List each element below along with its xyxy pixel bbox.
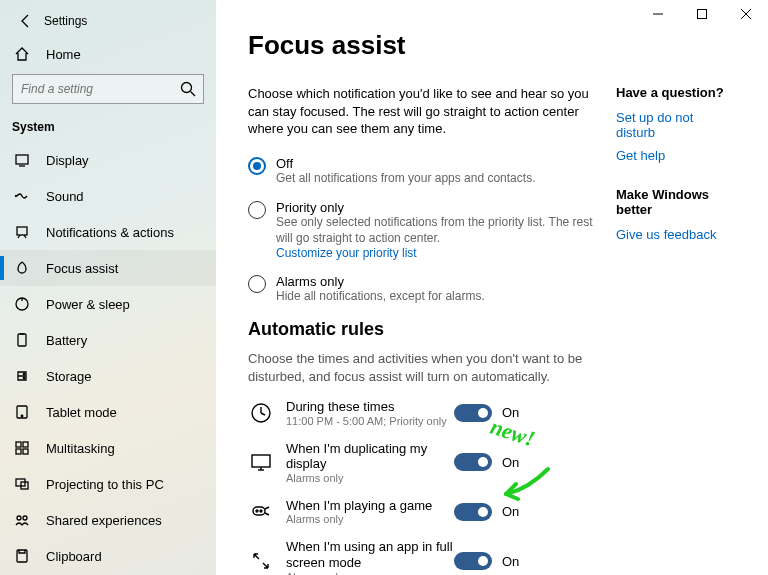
search-input[interactable] (12, 74, 204, 104)
radio-off[interactable]: Off Get all notifications from your apps… (248, 156, 596, 187)
power-sleep-icon (12, 296, 32, 312)
sidebar-item-battery[interactable]: Battery (0, 322, 216, 358)
radio-label: Alarms only (276, 274, 485, 289)
rule-sub: Alarms only (286, 472, 454, 484)
back-button[interactable] (12, 7, 40, 35)
svg-rect-21 (23, 449, 28, 454)
svg-rect-6 (16, 155, 28, 164)
focus-assist-icon (12, 260, 32, 276)
svg-rect-20 (16, 449, 21, 454)
rule-sub: 11:00 PM - 5:00 AM; Priority only (286, 415, 454, 427)
radio-sub: Get all notifications from your apps and… (276, 171, 535, 187)
rule-fullscreen[interactable]: When I'm using an app in full screen mod… (248, 539, 596, 575)
sidebar-item-sound[interactable]: Sound (0, 178, 216, 214)
sidebar-item-clipboard[interactable]: Clipboard (0, 538, 216, 574)
sidebar-item-tablet-mode[interactable]: Tablet mode (0, 394, 216, 430)
rule-game[interactable]: When I'm playing a gameAlarms onlyOn (248, 498, 596, 526)
automatic-rules-desc: Choose the times and activities when you… (248, 350, 596, 385)
radio-icon (248, 201, 266, 219)
feedback-link[interactable]: Give us feedback (616, 227, 728, 242)
sound-icon (12, 188, 32, 204)
close-button[interactable] (724, 0, 768, 28)
sidebar-item-focus-assist[interactable]: Focus assist (0, 250, 216, 286)
rule-label: During these times (286, 399, 454, 415)
toggle-state: On (502, 405, 519, 420)
maximize-button[interactable] (680, 0, 724, 28)
battery-icon (12, 332, 32, 348)
times-icon (248, 400, 274, 426)
rule-label: When I'm playing a game (286, 498, 454, 514)
radio-sub: See only selected notifications from the… (276, 215, 596, 246)
nav-label: Sound (46, 189, 84, 204)
sidebar-item-power-sleep[interactable]: Power & sleep (0, 286, 216, 322)
toggle-state: On (502, 504, 519, 519)
rule-duplicate-display[interactable]: When I'm duplicating my displayAlarms on… (248, 441, 596, 484)
toggle-state: On (502, 455, 519, 470)
sidebar-item-shared-experiences[interactable]: Shared experiences (0, 502, 216, 538)
svg-rect-1 (698, 10, 707, 19)
nav-label: Notifications & actions (46, 225, 174, 240)
shared-experiences-icon (12, 512, 32, 528)
radio-sub: Hide all notifications, except for alarm… (276, 289, 485, 305)
svg-point-17 (21, 415, 23, 417)
notifications-icon (12, 224, 32, 240)
fullscreen-icon (248, 548, 274, 574)
radio-label: Priority only (276, 200, 596, 215)
radio-alarms[interactable]: Alarms only Hide all notifications, exce… (248, 274, 596, 305)
feedback-title: Make Windows better (616, 187, 728, 217)
sidebar: Settings Home System DisplaySoundNotific… (0, 0, 216, 575)
svg-line-42 (265, 513, 269, 515)
toggle-times[interactable] (454, 404, 492, 422)
search-icon (180, 81, 196, 100)
radio-label: Off (276, 156, 535, 171)
minimize-button[interactable] (636, 0, 680, 28)
sidebar-item-multitasking[interactable]: Multitasking (0, 430, 216, 466)
help-link-gethelp[interactable]: Get help (616, 148, 728, 163)
svg-point-40 (260, 510, 262, 512)
app-title: Settings (44, 14, 87, 28)
sidebar-item-notifications[interactable]: Notifications & actions (0, 214, 216, 250)
svg-line-41 (265, 507, 269, 509)
toggle-fullscreen[interactable] (454, 552, 492, 570)
svg-point-24 (17, 516, 21, 520)
automatic-rules-header: Automatic rules (248, 319, 596, 340)
sidebar-item-home[interactable]: Home (0, 36, 216, 72)
svg-rect-35 (252, 455, 270, 467)
home-icon (12, 46, 32, 62)
toggle-duplicate-display[interactable] (454, 453, 492, 471)
help-link-dnd[interactable]: Set up do not disturb (616, 110, 728, 140)
clipboard-icon (12, 548, 32, 564)
nav-label: Multitasking (46, 441, 115, 456)
svg-rect-38 (253, 507, 265, 515)
toggle-game[interactable] (454, 503, 492, 521)
rule-sub: Alarms only (286, 513, 454, 525)
sidebar-item-storage[interactable]: Storage (0, 358, 216, 394)
customize-priority-link[interactable]: Customize your priority list (276, 246, 596, 260)
svg-rect-19 (23, 442, 28, 447)
storage-icon (12, 368, 32, 384)
rule-sub: Alarms only (286, 571, 454, 575)
nav-label: Focus assist (46, 261, 118, 276)
svg-line-34 (261, 413, 265, 415)
nav-label: Projecting to this PC (46, 477, 164, 492)
sidebar-item-display[interactable]: Display (0, 142, 216, 178)
nav-label: Display (46, 153, 89, 168)
svg-line-5 (191, 92, 196, 97)
sidebar-item-projecting[interactable]: Projecting to this PC (0, 466, 216, 502)
page-title: Focus assist (248, 30, 728, 61)
nav-label: Storage (46, 369, 92, 384)
section-title: System (0, 116, 216, 142)
svg-point-15 (23, 377, 24, 378)
radio-icon (248, 157, 266, 175)
svg-point-8 (16, 196, 17, 197)
rule-times[interactable]: During these times11:00 PM - 5:00 AM; Pr… (248, 399, 596, 427)
multitasking-icon (12, 440, 32, 456)
rule-label: When I'm using an app in full screen mod… (286, 539, 454, 570)
nav-label: Shared experiences (46, 513, 162, 528)
rule-label: When I'm duplicating my display (286, 441, 454, 472)
home-label: Home (46, 47, 81, 62)
radio-priority[interactable]: Priority only See only selected notifica… (248, 200, 596, 260)
svg-point-39 (256, 510, 258, 512)
nav-label: Battery (46, 333, 87, 348)
nav-label: Clipboard (46, 549, 102, 564)
